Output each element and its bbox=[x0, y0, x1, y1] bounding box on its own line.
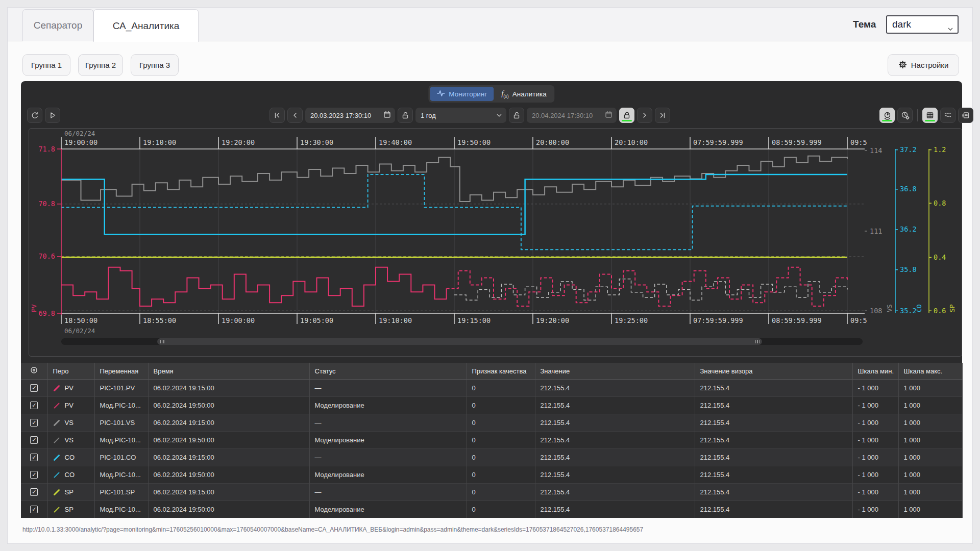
variable-cell: PIC-101.CO bbox=[94, 449, 148, 466]
axis-label: 70.8 bbox=[38, 199, 55, 208]
settings-button[interactable]: Настройки bbox=[888, 54, 959, 76]
play-button[interactable] bbox=[45, 108, 60, 123]
group-1-button[interactable]: Группа 1 bbox=[22, 54, 70, 76]
realtime-mode-button[interactable] bbox=[879, 108, 895, 123]
axis-label: 36.8 bbox=[900, 185, 917, 193]
row-visibility-checkbox[interactable]: ✓ bbox=[30, 454, 38, 461]
pen-icon bbox=[53, 454, 60, 461]
theme-select-value: dark bbox=[892, 19, 911, 30]
value-cell: 212.155.4 bbox=[535, 484, 695, 501]
pen-icon bbox=[53, 471, 60, 479]
calendar-icon bbox=[383, 111, 391, 120]
column-header: Перо bbox=[47, 363, 94, 380]
row-visibility-checkbox[interactable]: ✓ bbox=[30, 471, 38, 479]
axis-label: 20:00:00 bbox=[536, 138, 569, 146]
jump-end-button[interactable] bbox=[655, 108, 670, 123]
legend-view-button[interactable] bbox=[958, 108, 973, 123]
toolbar-left bbox=[27, 108, 60, 123]
start-date-input[interactable]: 20.03.2023 17:30:10 bbox=[305, 108, 395, 123]
axis-label: 19:15:00 bbox=[457, 316, 491, 324]
axis-label: PV bbox=[30, 304, 38, 312]
time-settings-button[interactable] bbox=[897, 108, 913, 123]
column-header: Статус bbox=[309, 363, 467, 380]
jump-end-icon bbox=[658, 111, 667, 119]
group-3-label: Группа 3 bbox=[139, 61, 170, 69]
quality-cell: 0 bbox=[467, 501, 535, 518]
range-lock-button[interactable] bbox=[509, 108, 524, 123]
quality-cell: 0 bbox=[467, 432, 535, 449]
value-cell: 212.155.4 bbox=[535, 397, 695, 414]
variable-cell: Мод.PIC-10... bbox=[94, 501, 148, 518]
chart-scrollbar[interactable] bbox=[61, 338, 863, 345]
axis-label: 71.8 bbox=[38, 145, 55, 153]
variable-cell: PIC-101.PV bbox=[94, 380, 148, 397]
table-view-button[interactable] bbox=[922, 108, 938, 123]
row-visibility-checkbox[interactable]: ✓ bbox=[30, 402, 38, 409]
jump-start-button[interactable] bbox=[270, 108, 285, 123]
quality-cell: 0 bbox=[467, 449, 535, 466]
axis-label: 1.2 bbox=[934, 145, 946, 154]
start-lock-button[interactable] bbox=[398, 108, 413, 123]
table-grid-icon bbox=[926, 111, 934, 119]
scale-max-cell: 1 000 bbox=[898, 466, 962, 484]
axis-label: 09:5 bbox=[850, 316, 867, 324]
axis-label: 18:50:00 bbox=[64, 316, 97, 324]
quality-cell: 0 bbox=[467, 380, 535, 397]
group-2-button[interactable]: Группа 2 bbox=[78, 54, 123, 76]
end-lock-button[interactable] bbox=[619, 108, 634, 123]
axis-label: 19:00:00 bbox=[222, 316, 255, 324]
theme-select[interactable]: dark bbox=[886, 15, 959, 34]
status-cell: — bbox=[309, 380, 467, 397]
tab-sa-analytics[interactable]: СА_Аналитика bbox=[93, 9, 199, 42]
pen-label: SP bbox=[65, 488, 74, 496]
calendar-icon bbox=[605, 111, 612, 120]
pulse-icon bbox=[436, 90, 445, 98]
range-select[interactable]: 1 год bbox=[415, 108, 506, 123]
scrollbar-grip-right[interactable] bbox=[755, 340, 760, 343]
table-header-row: ПероПеременнаяВремяСтатусПризнак качеств… bbox=[21, 363, 962, 380]
variable-cell: PIC-101.VS bbox=[94, 414, 148, 432]
column-header: Шкала макс. bbox=[898, 363, 962, 380]
step-forward-button[interactable] bbox=[637, 108, 652, 123]
end-date-input[interactable]: 20.04.2024 17:30:10 bbox=[527, 108, 617, 123]
status-cell: Моделирование bbox=[309, 397, 467, 414]
mode-analytics-button[interactable]: f(x) Аналитика bbox=[495, 87, 553, 101]
row-visibility-checkbox[interactable]: ✓ bbox=[30, 506, 38, 513]
pen-label: PV bbox=[65, 402, 74, 409]
clock-gear-icon bbox=[901, 111, 910, 120]
series-PIC-101.PV bbox=[61, 267, 447, 306]
chart-scrollbar-thumb[interactable] bbox=[157, 338, 762, 345]
trend-chart-container: 19:00:0019:10:0019:20:0019:30:0019:40:00… bbox=[29, 128, 962, 357]
table-row: ✓SPМод.PIC-10...06.02.2024 19:50:00Модел… bbox=[21, 501, 962, 518]
tab-separator[interactable]: Сепаратор bbox=[22, 9, 93, 41]
trend-view-button[interactable] bbox=[940, 108, 955, 123]
row-visibility-checkbox[interactable]: ✓ bbox=[30, 419, 38, 427]
column-header: Признак качества bbox=[467, 363, 535, 380]
step-forward-icon bbox=[641, 111, 649, 119]
variable-cell: Мод.PIC-10... bbox=[94, 432, 148, 449]
status-cell: Моделирование bbox=[309, 432, 467, 449]
refresh-button[interactable] bbox=[27, 108, 42, 123]
variable-cell: Мод.PIC-10... bbox=[94, 466, 148, 484]
scale-min-cell: - 1 000 bbox=[852, 414, 898, 432]
mode-monitoring-button[interactable]: Мониторинг bbox=[430, 87, 494, 101]
play-icon bbox=[48, 111, 57, 119]
axis-label: 0.4 bbox=[934, 253, 946, 261]
group-3-button[interactable]: Группа 3 bbox=[131, 54, 179, 76]
row-visibility-checkbox[interactable]: ✓ bbox=[30, 488, 38, 496]
chevron-down-icon bbox=[947, 23, 953, 34]
table-row: ✓PVPIC-101.PV06.02.2024 19:15:00—0212.15… bbox=[21, 380, 962, 397]
row-visibility-checkbox[interactable]: ✓ bbox=[30, 436, 38, 444]
axis-label: 19:20:00 bbox=[536, 316, 569, 324]
axis-label: 19:00:00 bbox=[64, 138, 97, 146]
axis-label: 06/02/24 bbox=[64, 130, 95, 137]
scale-min-cell: - 1 000 bbox=[852, 380, 898, 397]
column-header: Значение визора bbox=[695, 363, 852, 380]
row-visibility-checkbox[interactable]: ✓ bbox=[30, 384, 38, 392]
pen-icon bbox=[53, 402, 60, 409]
axis-label: 07:59:59.999 bbox=[693, 138, 743, 146]
step-back-icon bbox=[291, 111, 299, 119]
step-back-button[interactable] bbox=[287, 108, 303, 123]
scrollbar-grip-left[interactable] bbox=[160, 340, 164, 343]
settings-label: Настройки bbox=[911, 61, 949, 69]
